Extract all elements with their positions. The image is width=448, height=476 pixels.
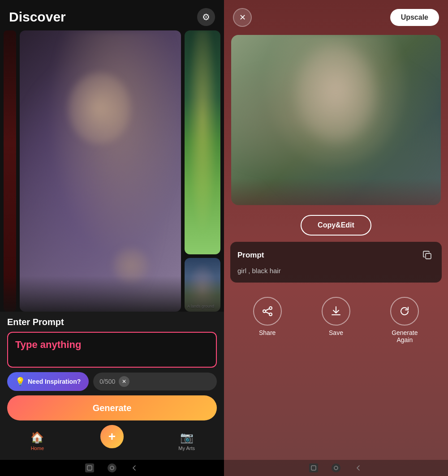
circle-icon	[109, 465, 115, 471]
left-system-bar	[0, 460, 224, 476]
share-label: Share	[259, 329, 276, 336]
upscale-button[interactable]: Upscale	[390, 9, 439, 26]
share-icon	[261, 305, 274, 317]
right-square-icon	[311, 465, 316, 471]
right-header: ✕ Upscale	[224, 0, 448, 31]
action-buttons: Share Save Generate Again	[224, 286, 448, 351]
svg-rect-0	[87, 466, 92, 470]
settings-button[interactable]: ⚙	[197, 8, 215, 26]
svg-point-3	[269, 307, 272, 309]
home-icon: 🏠	[30, 431, 44, 444]
copy-edit-button[interactable]: Copy&Edit	[301, 215, 371, 236]
generate-button[interactable]: Generate	[7, 395, 217, 420]
save-action[interactable]: Save	[322, 297, 350, 343]
generate-again-action[interactable]: Generate Again	[390, 297, 419, 343]
prompt-card: Prompt girl , black hair	[230, 242, 442, 283]
svg-point-4	[263, 310, 266, 313]
generated-image	[231, 35, 441, 205]
svg-rect-2	[426, 253, 431, 259]
save-label: Save	[329, 329, 343, 336]
close-icon: ✕	[239, 13, 246, 22]
sys-back-btn[interactable]	[130, 463, 139, 472]
svg-line-6	[266, 309, 269, 310]
share-action[interactable]: Share	[253, 297, 282, 343]
gallery-area: A lands ground	[0, 30, 224, 312]
prompt-label: Enter Prompt	[7, 317, 217, 327]
nav-my-arts[interactable]: 📷 My Arts	[173, 431, 200, 451]
nav-home-label: Home	[31, 446, 44, 451]
svg-rect-8	[311, 466, 316, 470]
square-icon	[87, 465, 92, 471]
gallery-side-top-image[interactable]	[185, 30, 220, 254]
generated-face-blur	[296, 44, 376, 142]
inspiration-button[interactable]: 💡 Need Inspiration?	[7, 372, 89, 391]
bottom-nav: 🏠 Home + 📷 My Arts	[0, 424, 224, 460]
prompt-controls: 💡 Need Inspiration? 0/500 ✕	[7, 372, 217, 391]
right-panel: ✕ Upscale Copy&Edit Prompt girl , black …	[224, 0, 448, 476]
face-blur-main	[68, 73, 131, 144]
refresh-icon	[398, 305, 411, 317]
svg-point-5	[269, 313, 272, 316]
save-circle	[322, 297, 350, 326]
right-circle-icon	[333, 465, 339, 471]
nav-arts-label: My Arts	[178, 446, 195, 451]
right-sys-square-btn[interactable]	[309, 463, 318, 472]
gallery-left-strip	[4, 30, 16, 312]
generate-again-circle	[390, 297, 419, 326]
bulb-icon: 💡	[15, 377, 25, 386]
gallery-side-bottom-image[interactable]: A lands ground	[185, 258, 220, 312]
right-sys-back-btn[interactable]	[354, 463, 363, 472]
generate-again-label: Generate Again	[392, 329, 418, 343]
prompt-section: Enter Prompt Type anything 💡 Need Inspir…	[0, 312, 224, 424]
gallery-side-images: A lands ground	[185, 30, 220, 312]
right-system-bar	[224, 460, 448, 476]
copy-prompt-button[interactable]	[420, 248, 435, 262]
app-title: Discover	[9, 9, 66, 25]
prompt-card-header: Prompt	[237, 248, 435, 262]
prompt-input-box[interactable]: Type anything	[7, 332, 217, 368]
plus-icon: +	[108, 429, 116, 444]
gallery-main-image[interactable]	[20, 30, 181, 312]
prompt-placeholder: Type anything	[15, 339, 82, 351]
char-count-box: 0/500 ✕	[93, 373, 217, 390]
camera-icon: 📷	[180, 431, 194, 444]
back-icon	[131, 465, 138, 471]
left-panel: Discover ⚙ A lands ground Enter	[0, 0, 224, 476]
inspiration-label: Need Inspiration?	[28, 378, 81, 385]
gallery-caption: A lands ground	[187, 304, 218, 309]
nav-home[interactable]: 🏠 Home	[24, 431, 51, 451]
close-button[interactable]: ✕	[233, 8, 252, 27]
face-blur-secondary	[113, 248, 149, 283]
svg-point-9	[334, 466, 338, 470]
gallery-images: A lands ground	[0, 30, 224, 312]
gear-icon: ⚙	[202, 12, 210, 22]
clear-button[interactable]: ✕	[119, 376, 129, 387]
left-header: Discover ⚙	[0, 0, 224, 30]
svg-point-1	[110, 466, 114, 470]
nav-add-button[interactable]: +	[99, 423, 125, 450]
prompt-card-text: girl , black hair	[237, 266, 435, 276]
sys-square-btn[interactable]	[85, 463, 94, 472]
download-icon	[330, 305, 342, 317]
char-count: 0/500	[99, 378, 115, 385]
sys-circle-btn[interactable]	[108, 463, 116, 472]
copy-icon	[422, 250, 432, 260]
share-circle	[253, 297, 282, 326]
image-bottom-fade	[231, 178, 441, 205]
svg-line-7	[266, 312, 269, 313]
prompt-card-title: Prompt	[237, 251, 264, 260]
right-sys-circle-btn[interactable]	[332, 463, 340, 472]
right-back-icon	[355, 465, 362, 471]
